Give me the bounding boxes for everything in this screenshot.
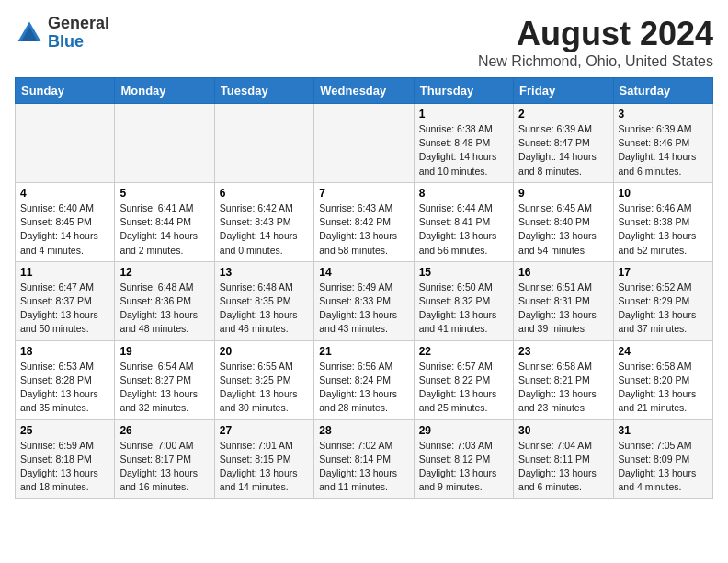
calendar-week-4: 18Sunrise: 6:53 AM Sunset: 8:28 PM Dayli… bbox=[16, 340, 713, 419]
subtitle: New Richmond, Ohio, United States bbox=[478, 53, 713, 70]
header: General Blue August 2024 New Richmond, O… bbox=[15, 15, 713, 70]
title-area: August 2024 New Richmond, Ohio, United S… bbox=[478, 15, 713, 70]
day-number: 19 bbox=[119, 345, 209, 358]
calendar-cell: 27Sunrise: 7:01 AM Sunset: 8:15 PM Dayli… bbox=[214, 419, 313, 499]
day-info: Sunrise: 6:39 AM Sunset: 8:46 PM Dayligh… bbox=[619, 122, 708, 178]
day-number: 11 bbox=[20, 266, 109, 279]
calendar-cell: 23Sunrise: 6:58 AM Sunset: 8:21 PM Dayli… bbox=[514, 340, 613, 419]
day-info: Sunrise: 6:48 AM Sunset: 8:35 PM Dayligh… bbox=[220, 281, 309, 337]
day-info: Sunrise: 6:41 AM Sunset: 8:44 PM Dayligh… bbox=[119, 201, 209, 258]
day-info: Sunrise: 6:39 AM Sunset: 8:47 PM Dayligh… bbox=[518, 122, 608, 178]
day-number: 17 bbox=[619, 266, 708, 279]
day-info: Sunrise: 7:05 AM Sunset: 8:09 PM Dayligh… bbox=[619, 439, 708, 495]
logo: General Blue bbox=[15, 15, 109, 52]
calendar-cell: 18Sunrise: 6:53 AM Sunset: 8:28 PM Dayli… bbox=[16, 340, 115, 419]
calendar-cell: 19Sunrise: 6:54 AM Sunset: 8:27 PM Dayli… bbox=[115, 340, 214, 419]
day-number: 5 bbox=[119, 187, 209, 200]
day-number: 21 bbox=[319, 345, 408, 358]
calendar-cell: 24Sunrise: 6:58 AM Sunset: 8:20 PM Dayli… bbox=[613, 340, 712, 419]
weekday-header-tuesday: Tuesday bbox=[214, 78, 313, 104]
calendar-cell: 4Sunrise: 6:40 AM Sunset: 8:45 PM Daylig… bbox=[16, 182, 115, 261]
calendar-cell: 2Sunrise: 6:39 AM Sunset: 8:47 PM Daylig… bbox=[514, 104, 613, 183]
calendar-cell: 8Sunrise: 6:44 AM Sunset: 8:41 PM Daylig… bbox=[414, 182, 513, 261]
day-number: 2 bbox=[518, 108, 608, 121]
calendar-cell: 9Sunrise: 6:45 AM Sunset: 8:40 PM Daylig… bbox=[514, 182, 613, 261]
calendar-cell: 20Sunrise: 6:55 AM Sunset: 8:25 PM Dayli… bbox=[214, 340, 313, 419]
day-number: 20 bbox=[220, 345, 309, 358]
calendar-cell bbox=[115, 104, 214, 183]
day-info: Sunrise: 6:42 AM Sunset: 8:43 PM Dayligh… bbox=[220, 201, 309, 258]
day-number: 6 bbox=[220, 187, 309, 200]
day-number: 22 bbox=[419, 345, 508, 358]
calendar-cell: 15Sunrise: 6:50 AM Sunset: 8:32 PM Dayli… bbox=[414, 261, 513, 340]
calendar-cell: 11Sunrise: 6:47 AM Sunset: 8:37 PM Dayli… bbox=[16, 261, 115, 340]
day-info: Sunrise: 6:55 AM Sunset: 8:25 PM Dayligh… bbox=[220, 360, 309, 416]
calendar-cell: 10Sunrise: 6:46 AM Sunset: 8:38 PM Dayli… bbox=[613, 182, 712, 261]
calendar-cell: 26Sunrise: 7:00 AM Sunset: 8:17 PM Dayli… bbox=[115, 419, 214, 499]
weekday-header-sunday: Sunday bbox=[16, 78, 115, 104]
weekday-header-monday: Monday bbox=[115, 78, 214, 104]
day-number: 9 bbox=[518, 187, 608, 200]
day-info: Sunrise: 6:58 AM Sunset: 8:20 PM Dayligh… bbox=[619, 360, 708, 416]
day-info: Sunrise: 6:48 AM Sunset: 8:36 PM Dayligh… bbox=[119, 281, 209, 337]
day-number: 18 bbox=[20, 345, 109, 358]
day-info: Sunrise: 6:57 AM Sunset: 8:22 PM Dayligh… bbox=[419, 360, 508, 416]
calendar-cell: 1Sunrise: 6:38 AM Sunset: 8:48 PM Daylig… bbox=[414, 104, 513, 183]
calendar-cell: 22Sunrise: 6:57 AM Sunset: 8:22 PM Dayli… bbox=[414, 340, 513, 419]
day-info: Sunrise: 6:45 AM Sunset: 8:40 PM Dayligh… bbox=[518, 201, 608, 258]
day-number: 13 bbox=[220, 266, 309, 279]
day-number: 29 bbox=[419, 424, 508, 437]
calendar-cell bbox=[214, 104, 313, 183]
logo-blue-text: Blue bbox=[48, 33, 109, 52]
day-info: Sunrise: 7:04 AM Sunset: 8:11 PM Dayligh… bbox=[518, 439, 608, 495]
day-info: Sunrise: 7:01 AM Sunset: 8:15 PM Dayligh… bbox=[220, 439, 309, 495]
weekday-header-wednesday: Wednesday bbox=[314, 78, 414, 104]
calendar-cell: 14Sunrise: 6:49 AM Sunset: 8:33 PM Dayli… bbox=[314, 261, 414, 340]
day-number: 3 bbox=[619, 108, 708, 121]
day-info: Sunrise: 6:46 AM Sunset: 8:38 PM Dayligh… bbox=[619, 201, 708, 258]
day-number: 4 bbox=[20, 187, 109, 200]
day-info: Sunrise: 6:53 AM Sunset: 8:28 PM Dayligh… bbox=[20, 360, 109, 416]
day-info: Sunrise: 6:54 AM Sunset: 8:27 PM Dayligh… bbox=[119, 360, 209, 416]
calendar-week-5: 25Sunrise: 6:59 AM Sunset: 8:18 PM Dayli… bbox=[16, 419, 713, 499]
day-info: Sunrise: 6:51 AM Sunset: 8:31 PM Dayligh… bbox=[518, 281, 608, 337]
day-number: 15 bbox=[419, 266, 508, 279]
calendar-cell: 30Sunrise: 7:04 AM Sunset: 8:11 PM Dayli… bbox=[514, 419, 613, 499]
day-number: 10 bbox=[619, 187, 708, 200]
day-info: Sunrise: 6:50 AM Sunset: 8:32 PM Dayligh… bbox=[419, 281, 508, 337]
day-number: 24 bbox=[619, 345, 708, 358]
day-info: Sunrise: 7:03 AM Sunset: 8:12 PM Dayligh… bbox=[419, 439, 508, 495]
calendar-cell: 21Sunrise: 6:56 AM Sunset: 8:24 PM Dayli… bbox=[314, 340, 414, 419]
day-info: Sunrise: 7:02 AM Sunset: 8:14 PM Dayligh… bbox=[319, 439, 408, 495]
weekday-header-thursday: Thursday bbox=[414, 78, 513, 104]
day-number: 8 bbox=[419, 187, 508, 200]
calendar-cell: 25Sunrise: 6:59 AM Sunset: 8:18 PM Dayli… bbox=[16, 419, 115, 499]
calendar-cell: 17Sunrise: 6:52 AM Sunset: 8:29 PM Dayli… bbox=[613, 261, 712, 340]
day-info: Sunrise: 6:52 AM Sunset: 8:29 PM Dayligh… bbox=[619, 281, 708, 337]
logo-general-text: General bbox=[48, 15, 109, 33]
day-info: Sunrise: 6:58 AM Sunset: 8:21 PM Dayligh… bbox=[518, 360, 608, 416]
day-number: 28 bbox=[319, 424, 408, 437]
calendar-cell bbox=[16, 104, 115, 183]
day-number: 23 bbox=[518, 345, 608, 358]
logo-icon bbox=[15, 18, 44, 48]
calendar-week-2: 4Sunrise: 6:40 AM Sunset: 8:45 PM Daylig… bbox=[16, 182, 713, 261]
day-number: 12 bbox=[119, 266, 209, 279]
calendar-table: SundayMondayTuesdayWednesdayThursdayFrid… bbox=[15, 77, 713, 499]
weekday-header-saturday: Saturday bbox=[613, 78, 712, 104]
day-number: 1 bbox=[419, 108, 508, 121]
day-number: 25 bbox=[20, 424, 109, 437]
calendar-header: SundayMondayTuesdayWednesdayThursdayFrid… bbox=[16, 78, 713, 104]
day-info: Sunrise: 6:56 AM Sunset: 8:24 PM Dayligh… bbox=[319, 360, 408, 416]
day-number: 31 bbox=[619, 424, 708, 437]
day-info: Sunrise: 6:38 AM Sunset: 8:48 PM Dayligh… bbox=[419, 122, 508, 178]
calendar-cell: 12Sunrise: 6:48 AM Sunset: 8:36 PM Dayli… bbox=[115, 261, 214, 340]
calendar-cell: 16Sunrise: 6:51 AM Sunset: 8:31 PM Dayli… bbox=[514, 261, 613, 340]
calendar-cell: 31Sunrise: 7:05 AM Sunset: 8:09 PM Dayli… bbox=[613, 419, 712, 499]
day-info: Sunrise: 6:40 AM Sunset: 8:45 PM Dayligh… bbox=[20, 201, 109, 258]
day-number: 26 bbox=[119, 424, 209, 437]
calendar-cell: 13Sunrise: 6:48 AM Sunset: 8:35 PM Dayli… bbox=[214, 261, 313, 340]
calendar-cell: 29Sunrise: 7:03 AM Sunset: 8:12 PM Dayli… bbox=[414, 419, 513, 499]
calendar-week-3: 11Sunrise: 6:47 AM Sunset: 8:37 PM Dayli… bbox=[16, 261, 713, 340]
day-info: Sunrise: 6:47 AM Sunset: 8:37 PM Dayligh… bbox=[20, 281, 109, 337]
